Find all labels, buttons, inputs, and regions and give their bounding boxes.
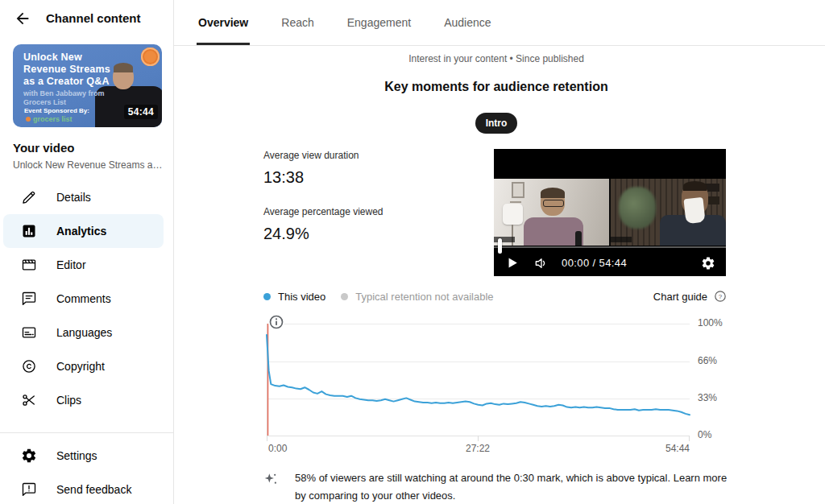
settings-gear-icon [701, 256, 715, 271]
webcam-right [611, 179, 726, 246]
microphone [575, 231, 582, 246]
sidebar-item-settings[interactable]: Settings [3, 439, 164, 473]
player-controls: 00:00 / 54:44 [494, 250, 726, 276]
player-progress-bar[interactable] [494, 246, 726, 248]
sidebar-item-copyright[interactable]: Copyright [3, 349, 164, 383]
volume-icon [533, 255, 549, 271]
chart-legend: This video Typical retention not availab… [263, 290, 727, 303]
play-icon [504, 255, 520, 271]
key-moment-chip-row: Intro [267, 113, 726, 134]
x-tick-end: 54:44 [665, 443, 690, 454]
chart-guide-link[interactable]: Chart guide ? [653, 290, 727, 303]
insight-text: 58% of viewers are still watching at aro… [295, 469, 734, 504]
youtube-studio-analytics: Channel content Unlock New Revenue Strea… [0, 0, 825, 504]
gear-icon [21, 448, 37, 464]
intro-moment-chip[interactable]: Intro [475, 113, 518, 134]
sidebar-item-analytics[interactable]: Analytics [3, 214, 164, 248]
scissors-icon [21, 392, 37, 408]
gray-dot-icon [341, 293, 348, 300]
sidebar-item-editor[interactable]: Editor [3, 248, 164, 282]
sidebar-header: Channel content [0, 0, 173, 39]
player-settings-button[interactable] [701, 256, 715, 271]
video-player[interactable]: 00:00 / 54:44 [494, 149, 726, 276]
thumbnail-sponsor-label: Event Sponsored By: [24, 107, 89, 114]
video-frame [494, 179, 726, 246]
sidebar-menu: Details Analytics Editor Comments Langua… [0, 180, 173, 417]
pencil-icon [21, 189, 37, 205]
tab-engagement[interactable]: Engagement [346, 0, 412, 45]
sidebar-item-send-feedback[interactable]: Send feedback [3, 473, 164, 504]
y-tick-66: 66% [698, 355, 717, 366]
sidebar-item-languages[interactable]: Languages [3, 316, 164, 349]
metric-average-percentage-viewed: Average percentage viewed 24.9% [263, 206, 465, 243]
blue-dot-icon [263, 293, 271, 300]
x-tick-start: 0:00 [268, 443, 287, 454]
volume-button[interactable] [533, 255, 549, 271]
legend-typical-retention: Typical retention not available [341, 291, 493, 303]
mug [683, 197, 705, 224]
arrow-left-icon [14, 10, 31, 27]
comment-icon [21, 291, 37, 307]
svg-text:?: ? [719, 293, 723, 300]
video-title-truncated: Unlock New Revenue Streams as a ... [13, 159, 164, 171]
retention-insight: 58% of viewers are still watching at aro… [263, 469, 734, 504]
retention-chart[interactable]: 100% 66% 33% 0% 0:00 27:22 54:44 [267, 319, 738, 462]
tab-reach[interactable]: Reach [280, 0, 315, 45]
tab-audience[interactable]: Audience [442, 0, 492, 45]
name-tag [611, 237, 632, 242]
y-tick-100: 100% [698, 317, 723, 328]
analytics-tabbar: Overview Reach Engagement Audience [174, 0, 825, 46]
thumbnail-title: Unlock New Revenue Streams as a Creator … [23, 52, 110, 88]
play-button[interactable] [504, 255, 520, 271]
video-thumbnail[interactable]: Unlock New Revenue Streams as a Creator … [13, 44, 162, 127]
brand-dot-icon [26, 117, 31, 122]
lamp [503, 204, 523, 225]
metric-average-view-duration: Average view duration 13:38 [263, 150, 465, 187]
sidebar-item-details[interactable]: Details [3, 180, 164, 214]
thumbnail-subtitle: with Ben Jabbawy from Grocers List [23, 89, 105, 107]
sidebar-item-comments[interactable]: Comments [3, 282, 164, 316]
info-icon[interactable] [268, 314, 284, 330]
retention-chart-svg [267, 324, 690, 442]
sidebar-item-clips[interactable]: Clips [3, 383, 164, 417]
back-button[interactable] [13, 10, 32, 29]
copyright-icon [21, 358, 37, 374]
x-tick-middle: 27:22 [466, 443, 490, 454]
retention-line [267, 335, 690, 415]
webcam-left [494, 179, 609, 246]
sidebar-divider [0, 432, 173, 433]
sparkle-icon [263, 472, 278, 486]
page-title: Channel content [46, 11, 141, 25]
your-video-heading: Your video [13, 141, 74, 155]
subtitles-icon [21, 324, 37, 341]
plant [619, 187, 656, 229]
speaker-left [524, 217, 583, 246]
thumbnail-sponsor-brand: grocers list [26, 115, 73, 123]
name-tag [494, 237, 515, 242]
bar-chart-icon [21, 223, 37, 239]
sidebar-footer: Settings Send feedback [0, 439, 173, 504]
sidebar: Channel content Unlock New Revenue Strea… [0, 0, 173, 504]
video-duration-badge: 54:44 [124, 105, 158, 119]
legend-this-video: This video [263, 291, 325, 303]
tab-overview[interactable]: Overview [197, 0, 250, 45]
player-time-display: 00:00 / 54:44 [562, 257, 627, 269]
report-context-line: Interest in your content • Since publish… [267, 53, 726, 64]
sponsor-badge-icon [141, 48, 160, 66]
analytics-main: Overview Reach Engagement Audience Inter… [173, 0, 825, 504]
report-title: Key moments for audience retention [267, 80, 726, 94]
y-tick-0: 0% [698, 429, 711, 440]
y-tick-33: 33% [698, 392, 717, 403]
clapperboard-icon [21, 257, 37, 273]
help-question-icon: ? [714, 290, 727, 303]
feedback-icon [21, 481, 37, 498]
